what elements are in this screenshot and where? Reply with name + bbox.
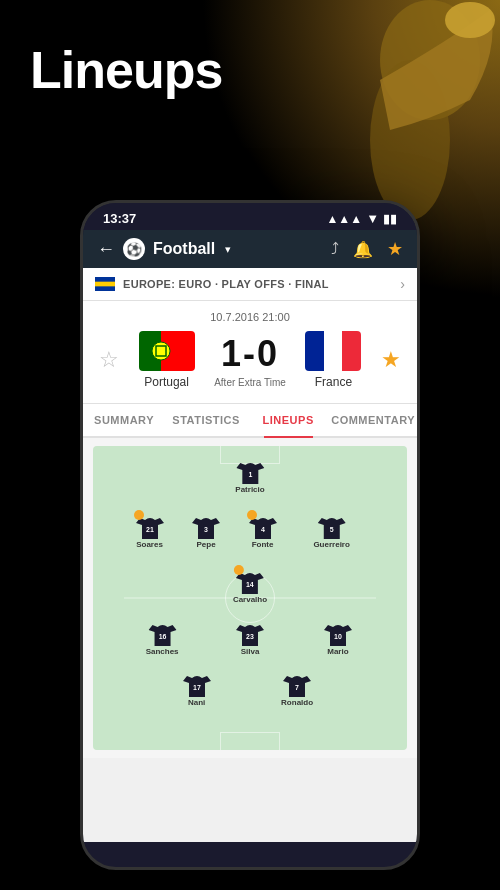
nav-left: ← ⚽ Football ▾	[97, 238, 231, 260]
player-shirt: 17	[183, 671, 211, 697]
player-shirt: 4	[249, 513, 277, 539]
player-shirt: 10	[324, 620, 352, 646]
svg-text:5: 5	[330, 526, 334, 533]
player-shirt: 23	[236, 620, 264, 646]
competition-left: EUROPE: EURO · PLAY OFFS · FINAL	[95, 277, 329, 291]
player-name: Silva	[241, 647, 260, 656]
away-flag	[305, 331, 361, 371]
player-shirt: 16	[148, 620, 176, 646]
player-shirt: 14	[236, 568, 264, 594]
player-name: Pepe	[196, 540, 215, 549]
player-pepe: 3 Pepe	[192, 513, 220, 549]
match-block: 10.7.2016 21:00 ☆	[83, 301, 417, 404]
svg-text:7: 7	[295, 684, 299, 691]
match-row: ☆ Portugal	[99, 331, 401, 389]
player-name: Soares	[136, 540, 163, 549]
player-carvalho: 14 Carvalho	[233, 568, 267, 604]
main-content: EUROPE: EURO · PLAY OFFS · FINAL › 10.7.…	[83, 268, 417, 842]
svg-text:23: 23	[246, 633, 254, 640]
back-button[interactable]: ←	[97, 239, 115, 260]
player-name: Fonte	[252, 540, 274, 549]
svg-text:1: 1	[248, 471, 252, 478]
status-time: 13:37	[103, 211, 136, 226]
svg-text:21: 21	[146, 526, 154, 533]
shirt-svg: 5	[318, 513, 346, 539]
tab-statistics[interactable]: STATISTICS	[165, 404, 247, 436]
shirt-svg: 17	[183, 671, 211, 697]
badge-icon	[134, 510, 144, 520]
player-name: Nani	[188, 698, 205, 707]
away-team: France	[288, 331, 378, 389]
phone-screen: 13:37 ▲▲▲ ▼ ▮▮ ← ⚽ Football ▾ ⤴ 🔔 ★	[80, 200, 420, 870]
svg-rect-10	[324, 331, 342, 371]
battery-icon: ▮▮	[383, 212, 397, 226]
svg-text:17: 17	[193, 684, 201, 691]
svg-text:4: 4	[261, 526, 265, 533]
player-soares: 21 Soares	[136, 513, 164, 549]
home-team-name: Portugal	[144, 375, 189, 389]
tab-lineups[interactable]: LINEUPS	[247, 404, 329, 436]
competition-text: EUROPE: EURO · PLAY OFFS · FINAL	[123, 278, 329, 290]
tab-commentary[interactable]: COMMENTARY	[329, 404, 417, 436]
player-nani: 17 Nani	[183, 671, 211, 707]
player-shirt: 1	[236, 458, 264, 484]
field-container: 1 Patricio 21 Soares 3 Pepe 4	[83, 438, 417, 758]
notification-button[interactable]: 🔔	[353, 240, 373, 259]
shirt-svg: 7	[283, 671, 311, 697]
player-shirt: 5	[318, 513, 346, 539]
competition-arrow-icon: ›	[400, 276, 405, 292]
player-silva: 23 Silva	[236, 620, 264, 656]
match-score: 1-0	[214, 333, 286, 375]
player-ronaldo: 7 Ronaldo	[281, 671, 313, 707]
player-name: Sanches	[146, 647, 179, 656]
svg-text:16: 16	[158, 633, 166, 640]
shirt-svg: 16	[148, 620, 176, 646]
player-shirt: 7	[283, 671, 311, 697]
share-button[interactable]: ⤴	[331, 240, 339, 258]
competition-bar[interactable]: EUROPE: EURO · PLAY OFFS · FINAL ›	[83, 268, 417, 301]
soccer-field: 1 Patricio 21 Soares 3 Pepe 4	[93, 446, 407, 750]
favorite-button[interactable]: ★	[387, 238, 403, 260]
player-sanches: 16 Sanches	[146, 620, 179, 656]
goal-bottom	[220, 732, 280, 750]
svg-text:14: 14	[246, 581, 254, 588]
nav-right: ⤴ 🔔 ★	[331, 238, 403, 260]
player-fonte: 4 Fonte	[249, 513, 277, 549]
sport-icon: ⚽	[123, 238, 145, 260]
player-name: Carvalho	[233, 595, 267, 604]
player-guerreiro: 5 Guerreiro	[313, 513, 349, 549]
svg-rect-9	[305, 331, 324, 371]
player-name: Patricio	[235, 485, 264, 494]
away-favorite-icon[interactable]: ★	[381, 347, 401, 373]
svg-text:10: 10	[334, 633, 342, 640]
phone-mockup: 13:37 ▲▲▲ ▼ ▮▮ ← ⚽ Football ▾ ⤴ 🔔 ★	[80, 200, 420, 870]
match-date: 10.7.2016 21:00	[99, 311, 401, 323]
player-shirt: 3	[192, 513, 220, 539]
dropdown-icon[interactable]: ▾	[225, 243, 231, 256]
home-flag	[139, 331, 195, 371]
svg-text:3: 3	[204, 526, 208, 533]
player-name: Ronaldo	[281, 698, 313, 707]
player-mario: 10 Mario	[324, 620, 352, 656]
wifi-icon: ▼	[366, 211, 379, 226]
player-name: Mario	[327, 647, 348, 656]
shirt-svg: 10	[324, 620, 352, 646]
home-favorite-icon[interactable]: ☆	[99, 347, 119, 373]
score-center: 1-0 After Extra Time	[214, 333, 286, 388]
match-tabs: SUMMARY STATISTICS LINEUPS COMMENTARY	[83, 404, 417, 438]
status-bar: 13:37 ▲▲▲ ▼ ▮▮	[83, 203, 417, 230]
player-name: Guerreiro	[313, 540, 349, 549]
svg-point-2	[445, 2, 495, 38]
player-patricio: 1 Patricio	[235, 458, 264, 494]
tab-summary[interactable]: SUMMARY	[83, 404, 165, 436]
away-team-name: France	[315, 375, 352, 389]
nav-sport-label: Football	[153, 240, 215, 258]
player-shirt: 21	[136, 513, 164, 539]
svg-point-7	[152, 342, 170, 360]
shirt-svg: 1	[236, 458, 264, 484]
signal-icon: ▲▲▲	[326, 212, 362, 226]
page-title-area: Lineups	[30, 40, 222, 100]
svg-rect-11	[342, 331, 361, 371]
eu-flag-icon	[95, 277, 115, 291]
status-icons: ▲▲▲ ▼ ▮▮	[326, 211, 397, 226]
